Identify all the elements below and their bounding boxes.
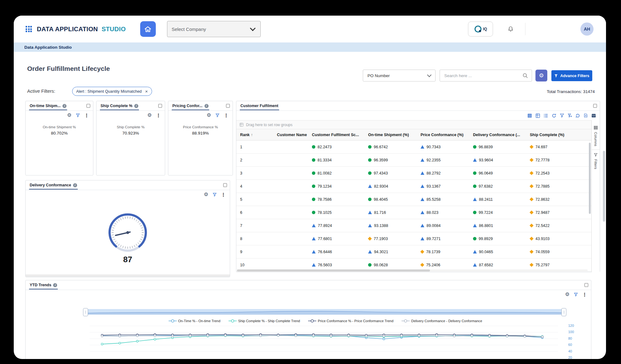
table-horizontal-scrollbar[interactable]: [237, 269, 588, 272]
po-number-select[interactable]: PO Number: [363, 70, 436, 81]
active-filter-chip[interactable]: Alert : Shipment Quantity Mismatched ×: [72, 87, 152, 96]
table-row[interactable]: 877.680177.190389.727199.892943.9103: [236, 232, 591, 245]
filters-tab[interactable]: Filters: [592, 150, 600, 172]
advance-filters-button[interactable]: Advance Filters: [551, 70, 592, 81]
info-icon[interactable]: i: [62, 104, 67, 108]
table-row[interactable]: 381.008297.434388.279296.064972.2543: [236, 167, 591, 180]
gear-icon[interactable]: ⚙: [204, 192, 208, 197]
column-header-customer[interactable]: Customer Name: [273, 133, 308, 137]
status-green-icon: [312, 145, 315, 149]
column-header-price[interactable]: Price Conformance (%): [417, 133, 469, 137]
expand-icon[interactable]: [593, 104, 597, 108]
info-icon[interactable]: i: [134, 104, 138, 108]
ytd-trends-panel: YTD Trends i ⚙ ⋮ On-Time % - On-time: [25, 280, 591, 359]
gear-icon[interactable]: ⚙: [147, 113, 152, 118]
info-icon[interactable]: i: [73, 183, 77, 187]
filter-icon[interactable]: [213, 193, 217, 197]
status-green-icon: [312, 171, 315, 175]
y-axis-label: 100: [568, 330, 574, 334]
table-row[interactable]: 976.644694.302178.173990.046574.0559: [236, 245, 591, 258]
panel-scroll-track[interactable]: [26, 274, 230, 277]
column-header-delivery[interactable]: Delivery Conformance (...: [469, 133, 526, 137]
navigator-handle-right[interactable]: [561, 308, 566, 316]
legend-item[interactable]: On-Time % - On-time Trend: [169, 319, 220, 323]
legend-item[interactable]: Ship Complete % - Ship Complete Trend: [229, 319, 300, 323]
table-row[interactable]: 777.892493.138889.008486.880172.5422: [236, 219, 591, 232]
table-vertical-scrollbar[interactable]: [589, 143, 591, 214]
kebab-menu-icon[interactable]: ⋮: [221, 192, 226, 197]
status-blue-icon: [421, 158, 424, 162]
column-header-ontime[interactable]: On-time Shipment (%): [364, 133, 417, 137]
table-dark-icon[interactable]: [591, 113, 596, 118]
kebab-menu-icon[interactable]: ⋮: [156, 113, 161, 118]
expand-icon[interactable]: [584, 283, 588, 287]
cell-rank: 1: [236, 145, 273, 149]
user-avatar[interactable]: AH: [580, 22, 594, 36]
search-icon[interactable]: [522, 73, 528, 78]
expand-icon[interactable]: [86, 104, 90, 108]
filter-icon[interactable]: [76, 113, 80, 117]
expand-icon[interactable]: [226, 104, 230, 108]
status-yellow-icon: [530, 224, 534, 228]
row-groups-icon[interactable]: [544, 113, 548, 118]
iq-badge[interactable]: IQ: [468, 22, 493, 37]
filter-icon[interactable]: [560, 113, 564, 118]
cell-metric: 74.697: [526, 145, 573, 149]
search-input[interactable]: [444, 73, 522, 78]
column-header-rank[interactable]: Rank ↑: [236, 133, 273, 137]
kpi-metric-label: Ship Complete %: [96, 125, 165, 129]
table-row[interactable]: 479.123482.930493.136797.638272.7885: [236, 180, 591, 193]
cell-metric: 76.6446: [308, 250, 364, 254]
gear-icon[interactable]: ⚙: [207, 113, 211, 118]
cell-rank: 6: [236, 210, 273, 215]
cell-metric: 88.023: [417, 210, 469, 215]
refresh-icon[interactable]: [552, 113, 556, 118]
grid-view-icon[interactable]: [527, 113, 532, 118]
table-row[interactable]: 678.102581.71688.02399.722472.9487: [236, 206, 591, 219]
cell-metric: 81.0082: [308, 171, 364, 175]
apps-grid-icon[interactable]: [26, 26, 32, 32]
gear-icon[interactable]: ⚙: [565, 292, 569, 297]
columns-tab[interactable]: Columns: [592, 123, 600, 150]
notifications-button[interactable]: [507, 26, 514, 32]
cell-metric: 77.8924: [308, 224, 364, 228]
page-title: Order Fulfillment Lifecycle: [27, 65, 110, 72]
info-icon[interactable]: i: [53, 283, 57, 287]
expand-icon[interactable]: [223, 183, 227, 187]
kpi-title: On-time Shipm...: [30, 104, 61, 108]
kebab-menu-icon[interactable]: ⋮: [84, 113, 89, 118]
legend-item[interactable]: Delivery Conformance - Delivery Conforma…: [402, 319, 482, 323]
table-row[interactable]: 281.333496.359992.235593.960472.7778: [236, 154, 591, 167]
expand-icon[interactable]: [158, 104, 162, 108]
chart-range-navigator[interactable]: [84, 309, 565, 315]
settings-button[interactable]: ⚙: [535, 70, 547, 81]
chip-close-icon[interactable]: ×: [145, 89, 148, 94]
status-blue-icon: [368, 224, 372, 227]
page-scrollbar[interactable]: [603, 151, 605, 222]
navigator-handle-left[interactable]: [83, 308, 88, 316]
trends-legend: On-Time % - On-time TrendShip Complete %…: [79, 319, 572, 323]
column-header-score[interactable]: Customer Fulfilment Sc...: [308, 133, 364, 137]
clear-filter-icon[interactable]: [568, 113, 572, 118]
status-blue-icon: [473, 263, 477, 267]
columns-icon: [594, 126, 598, 130]
info-icon[interactable]: i: [205, 104, 209, 108]
filter-icon[interactable]: [574, 293, 578, 297]
breadcrumb[interactable]: Data Application Studio: [24, 45, 72, 50]
column-header-ship[interactable]: Ship Complete (%): [526, 133, 573, 137]
kebab-menu-icon[interactable]: ⋮: [582, 292, 587, 297]
export-icon[interactable]: [584, 113, 588, 118]
kebab-menu-icon[interactable]: ⋮: [224, 113, 229, 118]
kpi-title: Ship Complete %: [101, 104, 132, 108]
pivot-view-icon[interactable]: [535, 113, 540, 118]
app-header: DATA APPLICATION STUDIO Select Company I…: [14, 16, 606, 42]
row-group-drop-zone[interactable]: Drag here to set row groups: [236, 120, 591, 129]
filter-icon[interactable]: [215, 113, 219, 117]
sync-icon[interactable]: [575, 113, 580, 118]
gear-icon[interactable]: ⚙: [67, 113, 71, 118]
home-button[interactable]: [140, 21, 156, 37]
legend-item[interactable]: Price Conformance % - Price Conformance …: [308, 319, 393, 323]
table-row[interactable]: 578.758698.404585.525888.241172.8632: [236, 193, 591, 206]
company-select[interactable]: Select Company: [167, 21, 261, 37]
table-row[interactable]: 182.247396.674290.734396.883974.697: [236, 140, 591, 154]
